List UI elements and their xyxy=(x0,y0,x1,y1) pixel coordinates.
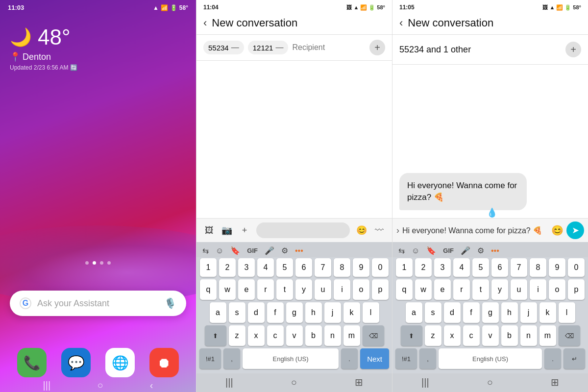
nav-back-icon[interactable]: ‹ xyxy=(150,380,153,391)
key3-4[interactable]: 4 xyxy=(453,258,470,277)
key3-9[interactable]: 9 xyxy=(549,258,565,277)
key3-s[interactable]: s xyxy=(425,302,441,323)
dock-phone[interactable]: 📞 xyxy=(17,348,47,377)
key3-2[interactable]: 2 xyxy=(415,258,432,277)
key3-n[interactable]: n xyxy=(520,325,537,346)
key-d[interactable]: d xyxy=(248,302,265,323)
add-recipient-button[interactable]: + xyxy=(369,40,385,55)
key-v[interactable]: v xyxy=(286,325,303,346)
kb-more-icon-3[interactable]: ••• xyxy=(489,245,501,256)
key-1[interactable]: 1 xyxy=(200,258,217,277)
key-j[interactable]: j xyxy=(324,302,341,323)
key3-y[interactable]: y xyxy=(491,279,508,300)
kb-translate-icon[interactable]: ⇆ xyxy=(200,245,211,256)
expand-icon[interactable]: › xyxy=(396,225,399,236)
key-y[interactable]: y xyxy=(295,279,312,300)
key-4[interactable]: 4 xyxy=(257,258,274,277)
add-recipient-btn-3[interactable]: + xyxy=(565,42,581,57)
key-s[interactable]: s xyxy=(229,302,245,323)
key-t[interactable]: t xyxy=(276,279,293,300)
key-w[interactable]: w xyxy=(219,279,236,300)
key3-b[interactable]: b xyxy=(501,325,518,346)
nav-home-3[interactable]: ○ xyxy=(487,377,493,388)
kb-mic-icon[interactable]: 🎤 xyxy=(263,245,276,256)
key-8[interactable]: 8 xyxy=(334,258,350,277)
plus-icon[interactable]: + xyxy=(236,221,253,239)
nav-recent-icon[interactable]: ||| xyxy=(43,380,51,391)
key-k[interactable]: k xyxy=(343,302,360,323)
key3-z[interactable]: z xyxy=(425,325,441,346)
recipient-input[interactable] xyxy=(292,43,366,52)
key-2[interactable]: 2 xyxy=(219,258,236,277)
key-comma-2[interactable]: , xyxy=(223,348,240,369)
key3-p[interactable]: p xyxy=(568,279,585,300)
key-g[interactable]: g xyxy=(286,302,303,323)
key3-backspace[interactable]: ⌫ xyxy=(559,325,580,346)
key3-r[interactable]: r xyxy=(453,279,470,300)
chip-12121-remove[interactable]: — xyxy=(275,43,283,52)
key3-8[interactable]: 8 xyxy=(530,258,546,277)
key-i[interactable]: i xyxy=(334,279,350,300)
emoji-keyboard-icon[interactable]: 😊 xyxy=(551,224,564,236)
key-3[interactable]: 3 xyxy=(238,258,255,277)
key-a[interactable]: a xyxy=(210,302,226,323)
key-9[interactable]: 9 xyxy=(353,258,369,277)
key-r[interactable]: r xyxy=(257,279,274,300)
kb-sticker-icon-3[interactable]: 🔖 xyxy=(424,245,438,256)
key-period-2[interactable]: . xyxy=(341,348,358,369)
key-0[interactable]: 0 xyxy=(372,258,389,277)
kb-mic-icon-3[interactable]: 🎤 xyxy=(459,245,472,256)
voice-wave-icon[interactable]: 〰 xyxy=(370,221,388,239)
nav-back-3[interactable]: ⊞ xyxy=(551,376,559,388)
key3-g[interactable]: g xyxy=(482,302,499,323)
assistant-colorful-icon[interactable]: 🎙️ xyxy=(164,297,176,309)
key-f[interactable]: f xyxy=(267,302,284,323)
kb-emoji-icon-3[interactable]: ☺ xyxy=(410,245,421,256)
key-b[interactable]: b xyxy=(305,325,322,346)
nav-back-2[interactable]: ⊞ xyxy=(355,376,363,388)
key-backspace-2[interactable]: ⌫ xyxy=(363,325,384,346)
key-q[interactable]: q xyxy=(200,279,217,300)
key3-w[interactable]: w xyxy=(415,279,432,300)
key3-e[interactable]: e xyxy=(434,279,451,300)
chip-55234-remove[interactable]: — xyxy=(231,43,239,52)
key3-7[interactable]: 7 xyxy=(511,258,527,277)
key3-c[interactable]: c xyxy=(463,325,480,346)
key3-x[interactable]: x xyxy=(444,325,461,346)
back-button-3[interactable]: ‹ xyxy=(399,17,403,29)
key-5[interactable]: 5 xyxy=(276,258,293,277)
key3-o[interactable]: o xyxy=(549,279,565,300)
key-p[interactable]: p xyxy=(372,279,389,300)
key-space-3[interactable]: English (US) xyxy=(439,348,542,369)
key-z[interactable]: z xyxy=(229,325,245,346)
key3-period[interactable]: . xyxy=(544,348,561,369)
key3-shift[interactable]: ⬆ xyxy=(401,325,422,346)
key3-3[interactable]: 3 xyxy=(434,258,451,277)
key3-m[interactable]: m xyxy=(539,325,556,346)
key-m[interactable]: m xyxy=(343,325,360,346)
key-shift-2[interactable]: ⬆ xyxy=(205,325,226,346)
key3-h[interactable]: h xyxy=(501,302,518,323)
nav-recent-3[interactable]: ||| xyxy=(421,377,429,388)
key3-5[interactable]: 5 xyxy=(472,258,489,277)
key-o[interactable]: o xyxy=(353,279,369,300)
kb-settings-icon-3[interactable]: ⚙ xyxy=(475,245,486,256)
key3-i[interactable]: i xyxy=(530,279,546,300)
back-button-2[interactable]: ‹ xyxy=(203,17,207,29)
dock-chrome[interactable]: 🌐 xyxy=(105,348,135,377)
message-text-bar[interactable] xyxy=(256,222,350,238)
key3-a[interactable]: a xyxy=(406,302,422,323)
key-symbols-2[interactable]: !#1 xyxy=(199,348,221,369)
key-u[interactable]: u xyxy=(315,279,331,300)
image-attach-icon[interactable]: 🖼 xyxy=(200,221,218,239)
assistant-bar[interactable]: G Ask your Assistant 🎙️ xyxy=(10,291,186,316)
dock-messages[interactable]: 💬 xyxy=(61,348,91,377)
key-n[interactable]: n xyxy=(324,325,341,346)
key3-k[interactable]: k xyxy=(539,302,556,323)
key-h[interactable]: h xyxy=(305,302,322,323)
message-input[interactable] xyxy=(402,226,548,235)
nav-home-2[interactable]: ○ xyxy=(291,377,297,388)
camera-icon[interactable]: 📷 xyxy=(218,221,236,239)
key3-0[interactable]: 0 xyxy=(568,258,585,277)
kb-sticker-icon[interactable]: 🔖 xyxy=(228,245,242,256)
